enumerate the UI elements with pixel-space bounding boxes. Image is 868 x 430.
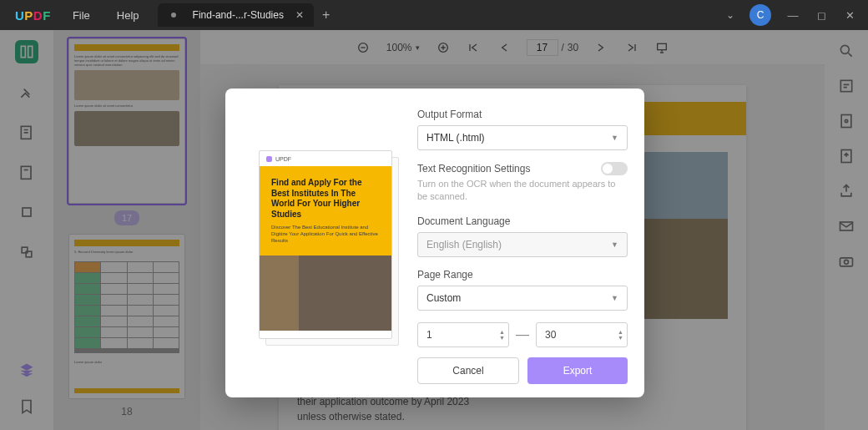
ocr-hint: Turn on the OCR when the document appear… bbox=[417, 178, 628, 204]
menu-file[interactable]: File bbox=[59, 9, 103, 22]
app-logo: UPDF bbox=[7, 8, 59, 23]
language-select[interactable]: English (English)▼ bbox=[417, 232, 628, 257]
export-button[interactable]: Export bbox=[527, 357, 628, 384]
page-to-input[interactable]: 30▲▼ bbox=[536, 322, 628, 347]
menu-help[interactable]: Help bbox=[103, 9, 153, 22]
ocr-toggle[interactable] bbox=[601, 162, 628, 175]
close-window-icon[interactable]: ✕ bbox=[843, 9, 856, 22]
language-label: Document Language bbox=[417, 215, 628, 227]
output-format-select[interactable]: HTML (.html)▼ bbox=[417, 125, 628, 150]
maximize-icon[interactable]: ◻ bbox=[815, 9, 828, 22]
chevron-down-icon[interactable]: ⌄ bbox=[726, 9, 734, 21]
chevron-down-icon: ▼ bbox=[611, 134, 618, 142]
tab-title: Find-and-...r-Studies bbox=[193, 9, 284, 21]
chevron-down-icon: ▼ bbox=[611, 294, 618, 302]
close-tab-icon[interactable]: ✕ bbox=[295, 9, 304, 21]
output-format-label: Output Format bbox=[417, 109, 628, 120]
export-preview: UPDF Find and Apply For the Best Institu… bbox=[259, 150, 392, 339]
stepper-icon[interactable]: ▲▼ bbox=[499, 329, 505, 341]
preview-subtitle: Discover The Best Educational Institute … bbox=[271, 225, 380, 244]
user-avatar[interactable]: C bbox=[749, 4, 771, 26]
stepper-icon[interactable]: ▲▼ bbox=[618, 329, 623, 341]
cancel-button[interactable]: Cancel bbox=[417, 357, 519, 384]
preview-title: Find and Apply For the Best Institutes I… bbox=[271, 178, 380, 220]
chevron-down-icon: ▼ bbox=[611, 240, 618, 249]
page-range-select[interactable]: Custom▼ bbox=[417, 286, 628, 311]
export-dialog: UPDF Find and Apply For the Best Institu… bbox=[225, 89, 644, 397]
title-bar: UPDF File Help Find-and-...r-Studies ✕ +… bbox=[0, 0, 868, 30]
ocr-label: Text Recognition Settings bbox=[417, 163, 530, 175]
page-from-input[interactable]: 1▲▼ bbox=[417, 322, 509, 347]
document-tab[interactable]: Find-and-...r-Studies ✕ bbox=[158, 3, 314, 27]
add-tab-button[interactable]: + bbox=[322, 8, 330, 23]
page-range-label: Page Range bbox=[417, 269, 628, 281]
tab-indicator-icon bbox=[171, 13, 176, 18]
minimize-icon[interactable]: — bbox=[786, 9, 800, 22]
